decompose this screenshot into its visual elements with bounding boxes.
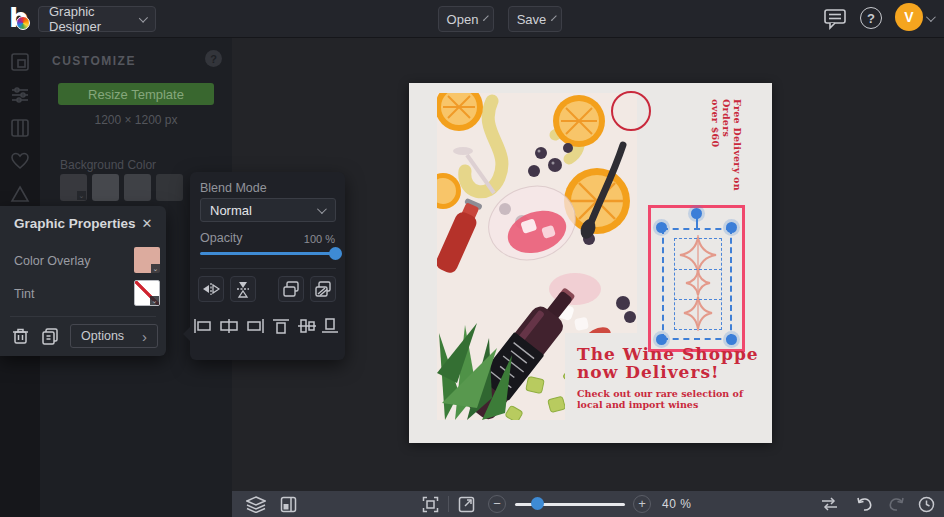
swatch-dropdown-corner: ⌄ [77, 191, 86, 200]
chevron-down-icon [317, 204, 327, 214]
app-menu-label: Graphic Designer [49, 4, 133, 34]
align-middle-vertical-icon[interactable] [297, 318, 319, 338]
background-color-swatch-1[interactable]: ⌄ [60, 174, 87, 201]
resize-template-button[interactable]: Resize Template [58, 83, 214, 105]
divider [448, 496, 449, 512]
customize-help-icon[interactable]: ? [205, 50, 222, 67]
swatch-dropdown-corner: ⌄ [150, 296, 159, 305]
fit-to-screen-icon[interactable] [422, 496, 439, 513]
rotation-handle[interactable] [691, 208, 702, 219]
flip-vertical-icon[interactable] [230, 276, 256, 302]
blend-options-popup: Blend Mode Normal Opacity 100 % [190, 172, 345, 360]
align-left-icon[interactable] [193, 318, 215, 338]
align-top-icon[interactable] [271, 318, 293, 338]
tint-label: Tint [14, 287, 34, 301]
layout-manager-icon[interactable] [280, 496, 297, 513]
close-glyph: ✕ [142, 216, 153, 231]
open-label: Open [447, 12, 479, 27]
customize-title: CUSTOMIZE [52, 54, 136, 68]
opacity-value: 100 % [304, 233, 335, 245]
zoom-out-button[interactable]: − [488, 495, 506, 513]
background-color-swatch-4[interactable] [156, 174, 183, 201]
plus-glyph: + [638, 496, 646, 511]
color-overlay-swatch[interactable]: ⌄ [134, 247, 160, 273]
resize-template-label: Resize Template [88, 87, 184, 102]
help-icon[interactable]: ? [860, 7, 882, 29]
panel-title: Graphic Properties [14, 216, 136, 231]
headline-text[interactable]: The Wine Shoppe now Delivers! [577, 345, 759, 381]
opacity-slider-handle[interactable] [329, 247, 342, 260]
redo-icon[interactable] [888, 496, 906, 512]
flip-horizontal-icon[interactable] [198, 276, 224, 302]
user-avatar[interactable]: V [895, 3, 923, 31]
blend-mode-select[interactable]: Normal [200, 198, 336, 222]
align-right-icon[interactable] [245, 318, 267, 338]
undo-icon[interactable] [855, 496, 873, 512]
send-backward-icon[interactable] [310, 276, 336, 302]
blend-mode-label: Blend Mode [200, 181, 267, 195]
headline-line-2: now Delivers! [577, 363, 759, 381]
avatar-initial: V [904, 9, 913, 25]
zoom-percentage: 40 % [662, 497, 691, 511]
zoom-slider-handle[interactable] [531, 497, 544, 510]
zoom-in-button[interactable]: + [633, 495, 651, 513]
divider [200, 268, 336, 269]
bring-forward-icon[interactable] [278, 276, 304, 302]
body-text[interactable]: Check out our rare selection of local an… [577, 388, 743, 410]
selection-bounding-box[interactable] [662, 228, 732, 340]
design-canvas[interactable]: Free Delivery on Orders over $60 [409, 83, 772, 443]
options-button[interactable]: Options › [70, 324, 158, 348]
vertical-promo-text[interactable]: Free Delivery on Orders over $60 [719, 99, 743, 219]
align-bottom-icon[interactable] [320, 318, 342, 338]
befunky-graphic-designer-app: b Graphic Designer Open Save ? V [0, 0, 944, 517]
top-bar: b Graphic Designer Open Save ? V [0, 0, 944, 38]
befunky-logo[interactable]: b [9, 1, 39, 35]
open-button[interactable]: Open [438, 6, 494, 32]
promo-line-2: over $60 [710, 99, 721, 219]
full-preview-icon[interactable] [458, 496, 475, 513]
layers-icon[interactable] [246, 496, 266, 513]
body-line-1: Check out our rare selection of [577, 388, 743, 399]
duplicate-icon[interactable] [38, 324, 62, 348]
headline-line-1: The Wine Shoppe [577, 345, 759, 363]
logo-rainbow-disc [16, 16, 30, 30]
resize-handle-bottom-left[interactable] [656, 334, 667, 345]
body-line-2: local and import wines [577, 399, 743, 410]
options-label: Options [81, 329, 124, 343]
minus-glyph: − [493, 496, 501, 511]
app-menu-button[interactable]: Graphic Designer [38, 6, 156, 32]
resize-handle-top-right[interactable] [726, 222, 737, 233]
templates-icon[interactable] [10, 52, 30, 72]
edit-sliders-icon[interactable] [10, 85, 30, 105]
save-label: Save [517, 12, 547, 27]
background-color-swatch-3[interactable] [124, 174, 151, 201]
background-color-swatch-2[interactable] [92, 174, 119, 201]
before-after-compare-icon[interactable] [820, 496, 839, 512]
history-clock-icon[interactable] [918, 496, 935, 513]
align-center-horizontal-icon[interactable] [219, 318, 241, 338]
chevron-down-icon [551, 15, 557, 21]
layouts-icon[interactable] [10, 118, 30, 138]
graphics-triangle-icon[interactable] [10, 184, 30, 204]
color-overlay-label: Color Overlay [14, 254, 90, 268]
delete-trash-icon[interactable] [8, 324, 32, 348]
canvas-size-label: 1200 × 1200 px [40, 113, 232, 127]
close-icon[interactable]: ✕ [138, 214, 156, 232]
bottom-toolbar: − + 40 % [232, 491, 944, 517]
blend-mode-value: Normal [210, 203, 252, 218]
feedback-chat-icon[interactable] [823, 8, 847, 30]
help-glyph: ? [867, 11, 875, 26]
promo-line-1: Free Delivery on Orders [721, 99, 743, 219]
save-button[interactable]: Save [508, 6, 562, 32]
chevron-down-icon [483, 15, 489, 21]
red-circle-graphic[interactable] [611, 91, 651, 131]
chevron-down-icon [139, 13, 148, 22]
opacity-slider[interactable] [200, 252, 336, 255]
opacity-label: Opacity [200, 231, 242, 245]
favorites-heart-icon[interactable] [10, 151, 30, 171]
graphic-properties-panel: Graphic Properties ✕ Color Overlay ⌄ Tin… [0, 206, 166, 356]
resize-handle-bottom-right[interactable] [726, 334, 737, 345]
account-chevron-down-icon[interactable] [926, 12, 936, 22]
tint-swatch-none[interactable]: ⌄ [134, 280, 160, 306]
resize-handle-top-left[interactable] [656, 222, 667, 233]
